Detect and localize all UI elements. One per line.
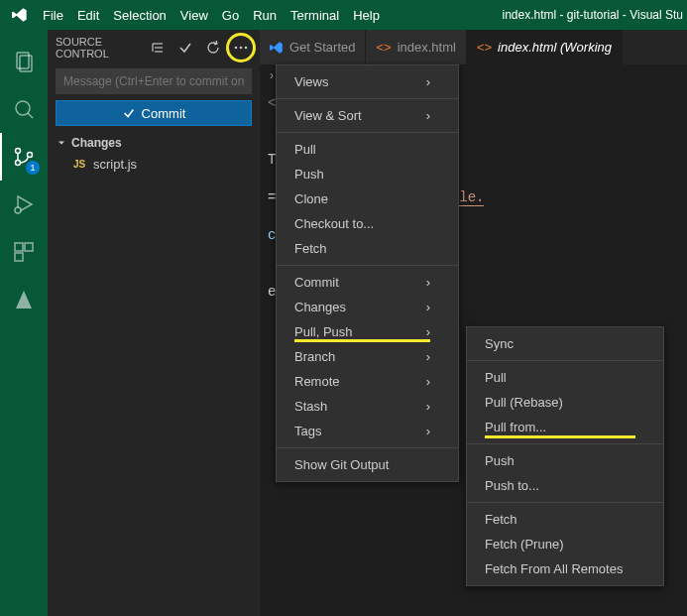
scm-more-actions-menu: Views› View & Sort› Pull Push Clone Chec…	[276, 64, 459, 482]
tab-label: Get Started	[289, 40, 355, 55]
tab-index-html[interactable]: <> index.html	[366, 30, 466, 64]
submenu-item-push[interactable]: Push	[467, 448, 663, 473]
changed-file-row[interactable]: JS script.js	[48, 154, 260, 175]
svg-point-17	[240, 46, 243, 49]
submenu-item-fetch-prune[interactable]: Fetch (Prune)	[467, 532, 663, 556]
scm-badge: 1	[26, 161, 40, 175]
activity-extensions[interactable]	[0, 228, 48, 276]
sidebar-title: SOURCE CONTROL	[56, 36, 147, 60]
activity-azure[interactable]	[0, 276, 48, 323]
svg-point-2	[16, 101, 30, 115]
view-as-tree-icon[interactable]	[147, 37, 169, 59]
chevron-right-icon: ›	[426, 374, 430, 389]
menu-item-push[interactable]: Push	[277, 162, 458, 186]
window-title: index.html - git-tutorial - Visual Stu	[502, 8, 683, 22]
vscode-logo-icon	[10, 5, 30, 25]
more-actions-highlight	[226, 33, 256, 62]
menu-selection[interactable]: Selection	[106, 8, 172, 23]
menu-bar: File Edit Selection View Go Run Terminal…	[0, 0, 687, 30]
activity-source-control[interactable]: 1	[0, 133, 48, 181]
svg-point-18	[245, 46, 248, 49]
menu-item-views[interactable]: Views›	[277, 69, 458, 94]
highlight-underline	[294, 339, 430, 342]
menu-item-checkout[interactable]: Checkout to...	[277, 211, 458, 236]
svg-point-4	[16, 149, 21, 154]
chevron-right-icon: ›	[426, 108, 430, 123]
chevron-right-icon: ›	[426, 324, 430, 339]
menu-item-stash[interactable]: Stash›	[277, 394, 458, 419]
chevron-right-icon: ›	[426, 300, 430, 314]
submenu-item-pull-rebase[interactable]: Pull (Rebase)	[467, 390, 663, 415]
menu-item-view-sort[interactable]: View & Sort›	[277, 103, 458, 128]
menu-edit[interactable]: Edit	[70, 8, 106, 23]
svg-point-5	[16, 161, 21, 166]
html-file-icon: <>	[477, 40, 492, 55]
changed-file-name: script.js	[93, 157, 137, 172]
menu-view[interactable]: View	[173, 8, 215, 23]
tab-label: index.html	[398, 40, 456, 55]
svg-rect-10	[25, 243, 33, 251]
svg-line-3	[28, 113, 33, 118]
commit-message-input[interactable]	[56, 68, 252, 94]
tab-label: index.html (Working	[498, 40, 612, 55]
chevron-right-icon: ›	[426, 74, 430, 89]
chevron-right-icon: ›	[426, 349, 430, 364]
editor-tabs: Get Started <> index.html <> index.html …	[260, 30, 687, 64]
submenu-item-fetch-all[interactable]: Fetch From All Remotes	[467, 556, 663, 581]
menu-item-tags[interactable]: Tags›	[277, 419, 458, 443]
vscode-icon	[270, 41, 284, 55]
submenu-item-pull-from[interactable]: Pull from...	[467, 415, 663, 439]
commit-button[interactable]: Commit	[56, 100, 252, 126]
highlight-underline	[485, 435, 635, 438]
activity-explorer[interactable]	[0, 38, 48, 85]
commit-check-icon[interactable]	[174, 37, 196, 59]
activity-bar: 1	[0, 30, 48, 616]
chevron-right-icon: ›	[426, 399, 430, 414]
svg-point-8	[15, 207, 21, 213]
changes-label: Changes	[71, 136, 122, 150]
chevron-right-icon: ›	[426, 275, 430, 290]
menu-go[interactable]: Go	[215, 8, 246, 23]
activity-run-debug[interactable]	[0, 181, 48, 228]
submenu-item-pull[interactable]: Pull	[467, 365, 663, 390]
menu-item-commit[interactable]: Commit›	[277, 270, 458, 295]
pull-push-submenu: Sync Pull Pull (Rebase) Pull from... Pus…	[466, 326, 664, 586]
menu-item-branch[interactable]: Branch›	[277, 344, 458, 369]
menu-help[interactable]: Help	[346, 8, 387, 23]
html-file-icon: <>	[376, 40, 391, 55]
chevron-right-icon: ›	[426, 424, 430, 438]
menu-run[interactable]: Run	[246, 8, 284, 23]
menu-item-clone[interactable]: Clone	[277, 186, 458, 211]
menu-item-pull[interactable]: Pull	[277, 137, 458, 162]
menu-terminal[interactable]: Terminal	[284, 8, 346, 23]
menu-item-pull-push[interactable]: Pull, Push›	[277, 319, 458, 344]
changes-section[interactable]: Changes	[48, 132, 260, 154]
activity-search[interactable]	[0, 85, 48, 133]
menu-file[interactable]: File	[36, 8, 70, 23]
tab-index-html-working[interactable]: <> index.html (Working	[467, 30, 623, 64]
menu-item-fetch[interactable]: Fetch	[277, 236, 458, 261]
menu-item-changes[interactable]: Changes›	[277, 295, 458, 319]
menu-item-remote[interactable]: Remote›	[277, 369, 458, 394]
svg-point-16	[235, 46, 238, 49]
svg-rect-9	[15, 243, 23, 251]
source-control-sidebar: SOURCE CONTROL Com	[48, 30, 260, 616]
tab-get-started[interactable]: Get Started	[260, 30, 366, 64]
js-file-icon: JS	[71, 159, 87, 170]
menu-item-show-git-output[interactable]: Show Git Output	[277, 452, 458, 477]
svg-rect-11	[15, 253, 23, 261]
submenu-item-fetch[interactable]: Fetch	[467, 507, 663, 532]
submenu-item-sync[interactable]: Sync	[467, 331, 663, 356]
svg-point-6	[28, 153, 33, 158]
more-actions-icon[interactable]	[230, 37, 252, 59]
chevron-icon: ›	[270, 68, 274, 82]
refresh-icon[interactable]	[202, 37, 224, 59]
commit-button-label: Commit	[142, 106, 186, 121]
submenu-item-push-to[interactable]: Push to...	[467, 473, 663, 498]
